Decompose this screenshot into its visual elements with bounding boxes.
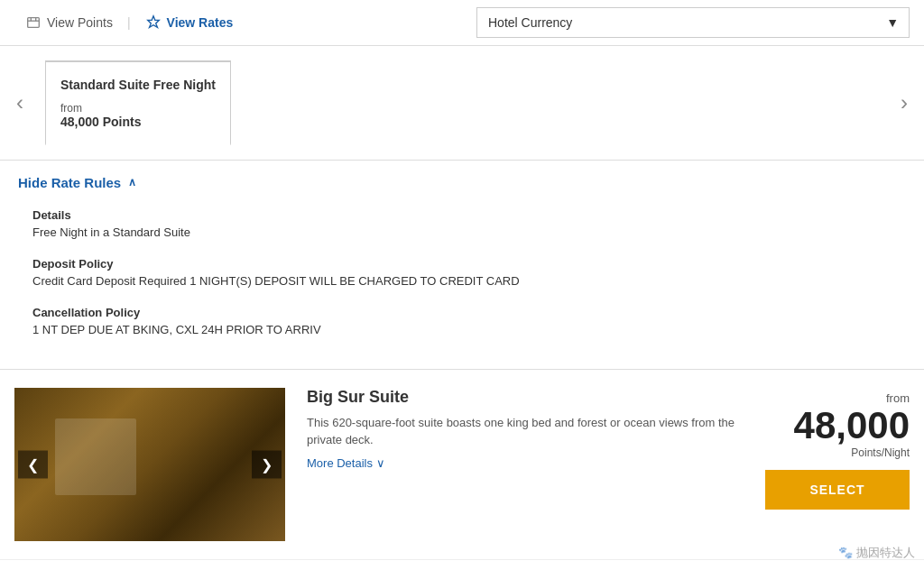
rule-deposit: Deposit Policy Credit Card Deposit Requi… [18, 257, 906, 288]
room-card-from: from [60, 102, 216, 115]
currency-selector-wrapper: Hotel Currency USD EUR GBP ▼ [476, 7, 910, 38]
rate-rules-section: Hide Rate Rules ∧ Details Free Night in … [0, 161, 924, 370]
price-per-night-label: Points/Night [851, 446, 910, 459]
rule-cancellation-label: Cancellation Policy [32, 306, 906, 319]
room-name: Big Sur Suite [307, 388, 744, 407]
nav-divider: | [124, 15, 134, 30]
price-from-label: from [886, 391, 910, 405]
rule-deposit-label: Deposit Policy [32, 257, 906, 271]
rule-details-value: Free Night in a Standard Suite [32, 225, 906, 239]
rate-rules-toggle-label: Hide Rate Rules [18, 175, 121, 190]
room-price-box: from 48,000 Points/Night SELECT [765, 388, 910, 541]
select-room-button[interactable]: SELECT [765, 470, 910, 510]
view-points-label: View Points [47, 15, 113, 30]
chevron-up-icon: ∧ [128, 176, 136, 188]
room-image-carousel: ❮ ❯ [14, 388, 285, 541]
room-image [14, 388, 285, 541]
rule-cancellation: Cancellation Policy 1 NT DEP DUE AT BKIN… [18, 306, 906, 336]
slider-next-button[interactable]: › [893, 83, 915, 123]
rate-rules-toggle[interactable]: Hide Rate Rules ∧ [18, 175, 906, 190]
svg-rect-0 [28, 18, 40, 28]
rule-deposit-value: Credit Card Deposit Required 1 NIGHT(S) … [32, 274, 906, 288]
rule-cancellation-value: 1 NT DEP DUE AT BKING, CXL 24H PRIOR TO … [32, 323, 906, 336]
points-icon [25, 14, 42, 31]
chevron-down-icon: ∨ [376, 456, 385, 470]
slider-prev-button[interactable]: ‹ [9, 83, 31, 123]
more-details-label: More Details [307, 456, 373, 470]
rates-icon [145, 14, 162, 31]
room-cards-list: Standard Suite Free Night from 48,000 Po… [45, 60, 231, 145]
price-points: 48,000 [794, 407, 910, 445]
room-card-title: Standard Suite Free Night [60, 77, 216, 95]
more-details-toggle[interactable]: More Details ∨ [307, 456, 744, 470]
room-description: This 620-square-foot suite boasts one ki… [307, 414, 744, 449]
currency-select[interactable]: Hotel Currency USD EUR GBP [476, 7, 910, 38]
view-rates-label: View Rates [167, 15, 234, 30]
rule-details: Details Free Night in a Standard Suite [18, 208, 906, 239]
room-listing: ❮ ❯ Big Sur Suite This 620-square-foot s… [0, 370, 924, 560]
room-card-standard-suite[interactable]: Standard Suite Free Night from 48,000 Po… [45, 60, 231, 145]
room-slider: ‹ Standard Suite Free Night from 48,000 … [0, 46, 924, 161]
top-navigation: View Points | View Rates Hotel Currency … [0, 0, 924, 46]
room-card-points: 48,000 Points [60, 115, 216, 129]
view-points-nav[interactable]: View Points [14, 7, 124, 38]
view-rates-nav[interactable]: View Rates [134, 7, 245, 38]
rule-details-label: Details [32, 208, 906, 222]
carousel-prev-button[interactable]: ❮ [18, 450, 48, 478]
room-info: Big Sur Suite This 620-square-foot suite… [307, 388, 744, 541]
carousel-next-button[interactable]: ❯ [252, 450, 282, 478]
